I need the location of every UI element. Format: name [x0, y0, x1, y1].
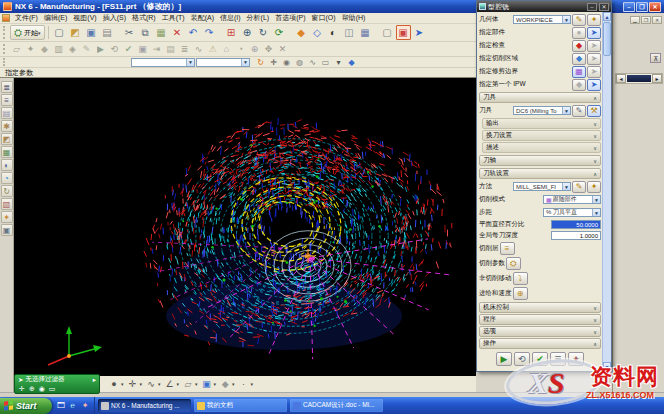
list-output-icon[interactable]: ≣: [178, 43, 191, 55]
create-program-icon[interactable]: ▱: [10, 43, 23, 55]
menu-item-10[interactable]: 窗口(O): [309, 13, 339, 23]
wireframe-view-icon[interactable]: ◇: [310, 25, 325, 40]
subsection-2[interactable]: 描述∨: [482, 142, 601, 153]
fit-view-icon[interactable]: ⊞: [224, 25, 239, 40]
point-snap-icon[interactable]: ✛: [268, 57, 279, 67]
depth-per-cut-input[interactable]: 1.0000: [551, 231, 601, 240]
menu-item-2[interactable]: 视图(V): [70, 13, 99, 23]
zoom-tool-icon[interactable]: ⊕: [248, 43, 261, 55]
assembly-navigator-icon[interactable]: ≣: [1, 81, 13, 93]
part-body-button[interactable]: ●: [572, 27, 586, 39]
window-icon[interactable]: ▢: [380, 25, 395, 40]
box-icon[interactable]: ▭: [49, 385, 56, 393]
machine-view-icon[interactable]: ⌂: [220, 43, 233, 55]
trim-boundary-button[interactable]: ▦: [572, 66, 586, 78]
operation-navigator-icon[interactable]: ✱: [1, 120, 13, 132]
section-机床控制[interactable]: 机床控制∨: [479, 302, 601, 313]
history-icon[interactable]: ↻: [1, 185, 13, 197]
toolbar-grip[interactable]: [3, 26, 7, 38]
select-button[interactable]: ➤: [587, 27, 601, 39]
scroll-up-icon[interactable]: ▲: [603, 12, 611, 21]
toolbar-grip[interactable]: [3, 44, 7, 54]
simulate-machine-icon[interactable]: ▣: [136, 43, 149, 55]
replay-button[interactable]: ⟲: [514, 352, 530, 366]
subsection-1[interactable]: 换刀设置∨: [482, 130, 601, 141]
taskbar-task-0[interactable]: NX 6 - Manufacturing ...: [98, 399, 191, 412]
constraint-navigator-icon[interactable]: ≡: [1, 94, 13, 106]
dialog-scrollbar[interactable]: ▲ ▼: [602, 12, 611, 371]
application-start-button[interactable]: ⛭ 开始 ▾: [10, 25, 45, 40]
start-button[interactable]: Start: [0, 398, 52, 414]
close-toolbar-icon[interactable]: ✕: [276, 43, 289, 55]
scope-filter-combo[interactable]: ▼: [196, 58, 250, 67]
curve-snap-icon[interactable]: ∿: [307, 57, 318, 67]
panel-close-icon[interactable]: ✕: [652, 16, 662, 24]
undo-icon[interactable]: ↶: [186, 25, 201, 40]
toolbar-grip[interactable]: [3, 58, 7, 65]
horizontal-scrollbar[interactable]: ◂ ▸: [615, 73, 663, 84]
cut-area-button[interactable]: ◆: [572, 53, 586, 65]
copy-icon[interactable]: ⧉: [138, 25, 153, 40]
new-geometry-button[interactable]: ✦: [587, 14, 601, 26]
select-button[interactable]: ➤: [587, 66, 601, 78]
part-navigator-icon[interactable]: ▤: [1, 107, 13, 119]
maximize-button[interactable]: ❐: [636, 2, 648, 12]
plane-tool-icon[interactable]: ▱: [182, 378, 194, 390]
cut-icon[interactable]: ✂: [122, 25, 137, 40]
create-method-icon[interactable]: ▥: [52, 43, 65, 55]
simulate-button[interactable]: ✦: [568, 352, 584, 366]
section-path-settings[interactable]: 刀轨设置 ∧: [479, 168, 601, 179]
section-tool-axis[interactable]: 刀轴 ∨: [479, 155, 601, 166]
graphics-window[interactable]: [14, 78, 476, 376]
scroll-thumb[interactable]: [627, 75, 651, 82]
redo-icon[interactable]: ↷: [202, 25, 217, 40]
filter-icon[interactable]: ▾: [333, 57, 344, 67]
tool-path-editor-icon[interactable]: ∿: [192, 43, 205, 55]
pan-tool-icon[interactable]: ✥: [262, 43, 275, 55]
select-button[interactable]: ➤: [587, 53, 601, 65]
rect-select-icon[interactable]: ▭: [320, 57, 331, 67]
generate-button[interactable]: ▶: [496, 352, 512, 366]
layers-icon[interactable]: ▦: [358, 25, 373, 40]
panel-minimize-icon[interactable]: ▁: [630, 16, 640, 24]
cube-tool-icon[interactable]: ◆: [219, 378, 231, 390]
generate-toolpath-icon[interactable]: ▶: [94, 43, 107, 55]
select-button[interactable]: ➤: [587, 79, 601, 91]
zoom-icon[interactable]: ⊕: [240, 25, 255, 40]
pin-icon[interactable]: ⊼: [650, 53, 661, 63]
section-操作[interactable]: 操作∧: [479, 338, 601, 349]
list-button[interactable]: ≣: [550, 352, 566, 366]
section-tool[interactable]: 刀具 ∧: [479, 92, 601, 103]
new-method-button[interactable]: ✦: [587, 181, 601, 193]
dialog-rail-icon[interactable]: ▣: [396, 25, 411, 40]
open-file-icon[interactable]: ◩: [68, 25, 83, 40]
machine-tool-view-icon[interactable]: ◩: [1, 133, 13, 145]
taskbar-task-2[interactable]: CADCAM设计.doc - Mi...: [290, 399, 383, 412]
menu-item-5[interactable]: 工具(T): [159, 13, 188, 23]
refresh-orange-icon[interactable]: ↻: [255, 57, 266, 67]
new-file-icon[interactable]: ▢: [52, 25, 67, 40]
pointer-icon[interactable]: ✛: [19, 385, 25, 393]
menu-item-1[interactable]: 编辑(E): [41, 13, 70, 23]
scroll-left-icon[interactable]: ◂: [616, 74, 626, 83]
type-filter-combo[interactable]: ▼: [131, 58, 195, 67]
show-desktop-icon[interactable]: 🗔: [56, 401, 66, 411]
print-icon[interactable]: ▤: [100, 25, 115, 40]
edit-object-icon[interactable]: ✎: [80, 43, 93, 55]
reuse-library-icon[interactable]: ▦: [1, 146, 13, 158]
monitor-tool-icon[interactable]: ▣: [201, 378, 213, 390]
menu-item-6[interactable]: 装配(A): [188, 13, 217, 23]
refresh-icon[interactable]: ⟳: [272, 25, 287, 40]
post-process-icon[interactable]: ⇥: [150, 43, 163, 55]
cutting-parameters-button[interactable]: ⛭: [506, 257, 521, 270]
scroll-right-icon[interactable]: ▸: [652, 74, 662, 83]
roles-icon[interactable]: ✦: [1, 211, 13, 223]
subsection-0[interactable]: 输出∨: [482, 118, 601, 129]
menu-item-7[interactable]: 信息(I): [217, 13, 244, 23]
shaded-view-icon[interactable]: ◆: [294, 25, 309, 40]
menu-item-3[interactable]: 插入(S): [100, 13, 129, 23]
cut-levels-button[interactable]: ≡: [500, 242, 515, 255]
feeds-speeds-button[interactable]: ⊕: [513, 287, 528, 300]
palettes-icon[interactable]: ▧: [1, 198, 13, 210]
edit-tool-button[interactable]: ✎: [572, 105, 586, 117]
